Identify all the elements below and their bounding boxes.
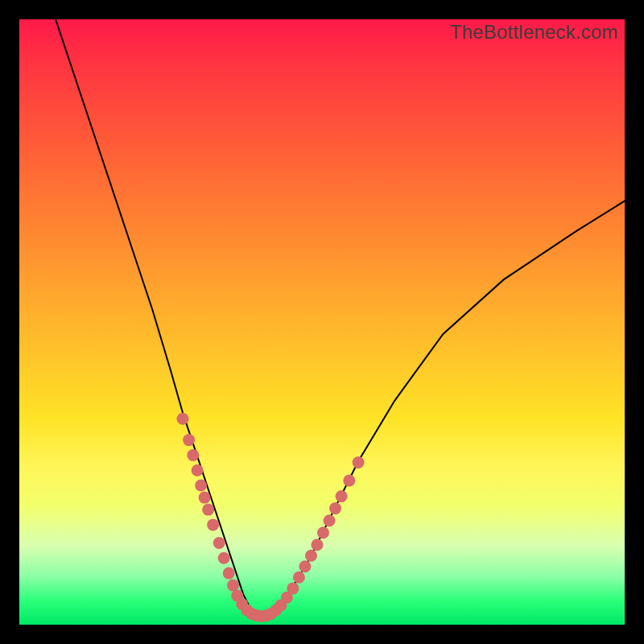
marker-dot <box>202 504 214 516</box>
plot-area: TheBottleneck.com <box>19 19 625 625</box>
marker-dot <box>199 492 211 504</box>
marker-dot <box>183 434 195 446</box>
marker-dot <box>299 560 311 572</box>
marker-dot <box>192 464 204 477</box>
marker-dot <box>293 572 305 584</box>
chart-frame: TheBottleneck.com <box>19 19 625 625</box>
marker-dot <box>223 568 235 580</box>
curve-svg <box>19 19 625 625</box>
marker-dot <box>207 518 219 530</box>
marker-dot <box>213 537 225 549</box>
marker-dot <box>227 580 239 592</box>
bottleneck-curve <box>56 19 625 616</box>
marker-dot <box>305 550 317 562</box>
marker-dot <box>353 456 365 469</box>
marker-dot <box>218 552 230 564</box>
marker-dot <box>317 526 329 539</box>
marker-dot <box>336 490 348 502</box>
marker-dot <box>312 539 324 551</box>
marker-dot <box>187 449 199 461</box>
marker-dot <box>195 480 207 492</box>
marker-dot <box>329 502 341 514</box>
marker-dot <box>343 475 355 487</box>
marker-dots <box>177 413 365 622</box>
marker-dot <box>287 582 299 594</box>
marker-dot <box>177 413 189 425</box>
marker-dot <box>324 514 336 526</box>
